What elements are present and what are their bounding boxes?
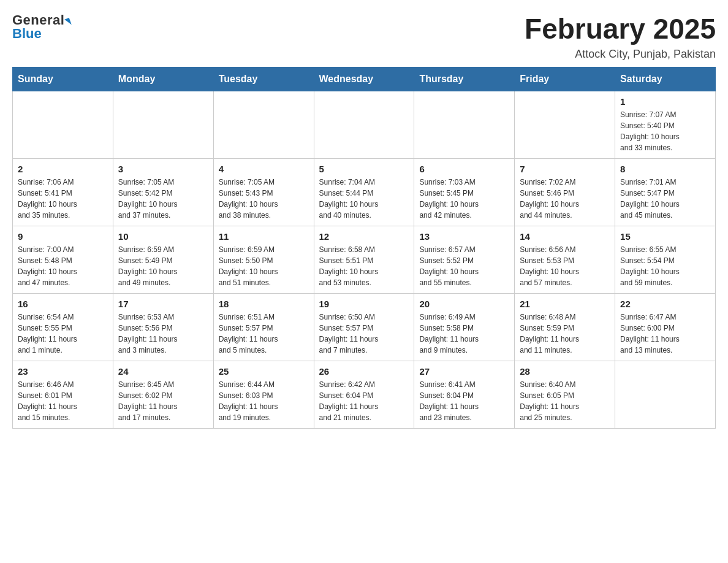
day-number: 11	[219, 231, 309, 242]
calendar-week-row: 9Sunrise: 7:00 AMSunset: 5:48 PMDaylight…	[13, 226, 716, 294]
day-number: 14	[520, 231, 610, 242]
calendar-cell: 15Sunrise: 6:55 AMSunset: 5:54 PMDayligh…	[615, 226, 716, 294]
day-number: 4	[219, 164, 309, 174]
day-number: 12	[319, 231, 409, 242]
calendar-cell: 25Sunrise: 6:44 AMSunset: 6:03 PMDayligh…	[213, 361, 314, 429]
day-info: Sunrise: 6:57 AMSunset: 5:52 PMDaylight:…	[419, 244, 509, 288]
logo: General Blue	[12, 12, 70, 42]
calendar-week-row: 1Sunrise: 7:07 AMSunset: 5:40 PMDaylight…	[13, 91, 716, 159]
day-number: 15	[620, 231, 710, 242]
calendar-cell: 24Sunrise: 6:45 AMSunset: 6:02 PMDayligh…	[113, 361, 213, 429]
day-number: 5	[319, 164, 409, 174]
calendar-cell: 17Sunrise: 6:53 AMSunset: 5:56 PMDayligh…	[113, 294, 213, 361]
calendar-cell: 21Sunrise: 6:48 AMSunset: 5:59 PMDayligh…	[515, 294, 615, 361]
day-info: Sunrise: 6:56 AMSunset: 5:53 PMDaylight:…	[520, 244, 610, 288]
day-number: 13	[419, 231, 509, 242]
calendar-cell	[615, 361, 716, 429]
day-info: Sunrise: 6:51 AMSunset: 5:57 PMDaylight:…	[219, 312, 309, 356]
logo-triangle-icon	[65, 18, 72, 26]
day-info: Sunrise: 6:55 AMSunset: 5:54 PMDaylight:…	[620, 244, 710, 288]
day-number: 24	[118, 366, 208, 377]
day-number: 20	[419, 299, 509, 309]
calendar-cell	[213, 91, 314, 159]
day-number: 7	[520, 164, 610, 174]
day-info: Sunrise: 7:01 AMSunset: 5:47 PMDaylight:…	[620, 177, 710, 221]
day-number: 21	[520, 299, 610, 309]
calendar-cell: 7Sunrise: 7:02 AMSunset: 5:46 PMDaylight…	[515, 159, 615, 226]
weekday-header-friday: Friday	[515, 67, 615, 91]
calendar-cell: 28Sunrise: 6:40 AMSunset: 6:05 PMDayligh…	[515, 361, 615, 429]
calendar-cell: 6Sunrise: 7:03 AMSunset: 5:45 PMDaylight…	[414, 159, 515, 226]
weekday-header-monday: Monday	[113, 67, 213, 91]
day-info: Sunrise: 6:59 AMSunset: 5:49 PMDaylight:…	[118, 244, 208, 288]
day-info: Sunrise: 6:48 AMSunset: 5:59 PMDaylight:…	[520, 312, 610, 356]
day-number: 26	[319, 366, 409, 377]
calendar-cell: 5Sunrise: 7:04 AMSunset: 5:44 PMDaylight…	[314, 159, 414, 226]
day-info: Sunrise: 7:06 AMSunset: 5:41 PMDaylight:…	[18, 177, 108, 221]
day-info: Sunrise: 6:46 AMSunset: 6:01 PMDaylight:…	[18, 379, 108, 423]
calendar-cell: 9Sunrise: 7:00 AMSunset: 5:48 PMDaylight…	[13, 226, 113, 294]
weekday-header-row: SundayMondayTuesdayWednesdayThursdayFrid…	[13, 67, 716, 91]
calendar-cell: 20Sunrise: 6:49 AMSunset: 5:58 PMDayligh…	[414, 294, 515, 361]
calendar-cell: 13Sunrise: 6:57 AMSunset: 5:52 PMDayligh…	[414, 226, 515, 294]
day-info: Sunrise: 7:07 AMSunset: 5:40 PMDaylight:…	[620, 109, 710, 153]
weekday-header-tuesday: Tuesday	[213, 67, 314, 91]
day-info: Sunrise: 6:59 AMSunset: 5:50 PMDaylight:…	[219, 244, 309, 288]
day-number: 25	[219, 366, 309, 377]
day-number: 1	[620, 96, 710, 107]
calendar-cell: 22Sunrise: 6:47 AMSunset: 6:00 PMDayligh…	[615, 294, 716, 361]
calendar-week-row: 2Sunrise: 7:06 AMSunset: 5:41 PMDaylight…	[13, 159, 716, 226]
day-number: 10	[118, 231, 208, 242]
calendar-week-row: 23Sunrise: 6:46 AMSunset: 6:01 PMDayligh…	[13, 361, 716, 429]
day-info: Sunrise: 6:47 AMSunset: 6:00 PMDaylight:…	[620, 312, 710, 356]
calendar-cell: 4Sunrise: 7:05 AMSunset: 5:43 PMDaylight…	[213, 159, 314, 226]
day-info: Sunrise: 6:40 AMSunset: 6:05 PMDaylight:…	[520, 379, 610, 423]
day-info: Sunrise: 7:04 AMSunset: 5:44 PMDaylight:…	[319, 177, 409, 221]
calendar-cell: 27Sunrise: 6:41 AMSunset: 6:04 PMDayligh…	[414, 361, 515, 429]
day-info: Sunrise: 6:44 AMSunset: 6:03 PMDaylight:…	[219, 379, 309, 423]
day-number: 19	[319, 299, 409, 309]
page-header: General Blue February 2025 Attock City, …	[12, 12, 716, 61]
day-info: Sunrise: 6:53 AMSunset: 5:56 PMDaylight:…	[118, 312, 208, 356]
calendar-cell: 18Sunrise: 6:51 AMSunset: 5:57 PMDayligh…	[213, 294, 314, 361]
day-number: 23	[18, 366, 108, 377]
day-info: Sunrise: 7:00 AMSunset: 5:48 PMDaylight:…	[18, 244, 108, 288]
calendar-cell: 26Sunrise: 6:42 AMSunset: 6:04 PMDayligh…	[314, 361, 414, 429]
calendar-cell: 14Sunrise: 6:56 AMSunset: 5:53 PMDayligh…	[515, 226, 615, 294]
month-title: February 2025	[525, 12, 716, 45]
day-info: Sunrise: 6:41 AMSunset: 6:04 PMDaylight:…	[419, 379, 509, 423]
day-number: 6	[419, 164, 509, 174]
calendar-cell: 16Sunrise: 6:54 AMSunset: 5:55 PMDayligh…	[13, 294, 113, 361]
calendar-table: SundayMondayTuesdayWednesdayThursdayFrid…	[12, 67, 716, 429]
calendar-cell	[414, 91, 515, 159]
day-number: 16	[18, 299, 108, 309]
calendar-cell	[13, 91, 113, 159]
day-number: 18	[219, 299, 309, 309]
day-info: Sunrise: 6:50 AMSunset: 5:57 PMDaylight:…	[319, 312, 409, 356]
calendar-cell: 10Sunrise: 6:59 AMSunset: 5:49 PMDayligh…	[113, 226, 213, 294]
calendar-week-row: 16Sunrise: 6:54 AMSunset: 5:55 PMDayligh…	[13, 294, 716, 361]
calendar-cell: 3Sunrise: 7:05 AMSunset: 5:42 PMDaylight…	[113, 159, 213, 226]
day-info: Sunrise: 7:05 AMSunset: 5:42 PMDaylight:…	[118, 177, 208, 221]
weekday-header-sunday: Sunday	[13, 67, 113, 91]
day-info: Sunrise: 7:05 AMSunset: 5:43 PMDaylight:…	[219, 177, 309, 221]
day-info: Sunrise: 6:42 AMSunset: 6:04 PMDaylight:…	[319, 379, 409, 423]
weekday-header-wednesday: Wednesday	[314, 67, 414, 91]
location: Attock City, Punjab, Pakistan	[525, 48, 716, 61]
weekday-header-thursday: Thursday	[414, 67, 515, 91]
day-info: Sunrise: 6:58 AMSunset: 5:51 PMDaylight:…	[319, 244, 409, 288]
title-block: February 2025 Attock City, Punjab, Pakis…	[525, 12, 716, 61]
calendar-cell: 12Sunrise: 6:58 AMSunset: 5:51 PMDayligh…	[314, 226, 414, 294]
calendar-cell	[113, 91, 213, 159]
day-info: Sunrise: 6:54 AMSunset: 5:55 PMDaylight:…	[18, 312, 108, 356]
day-number: 3	[118, 164, 208, 174]
logo-blue-text: Blue	[12, 26, 42, 42]
calendar-cell: 19Sunrise: 6:50 AMSunset: 5:57 PMDayligh…	[314, 294, 414, 361]
day-number: 22	[620, 299, 710, 309]
calendar-cell: 8Sunrise: 7:01 AMSunset: 5:47 PMDaylight…	[615, 159, 716, 226]
day-info: Sunrise: 6:49 AMSunset: 5:58 PMDaylight:…	[419, 312, 509, 356]
day-number: 2	[18, 164, 108, 174]
day-number: 27	[419, 366, 509, 377]
calendar-cell	[314, 91, 414, 159]
day-number: 28	[520, 366, 610, 377]
